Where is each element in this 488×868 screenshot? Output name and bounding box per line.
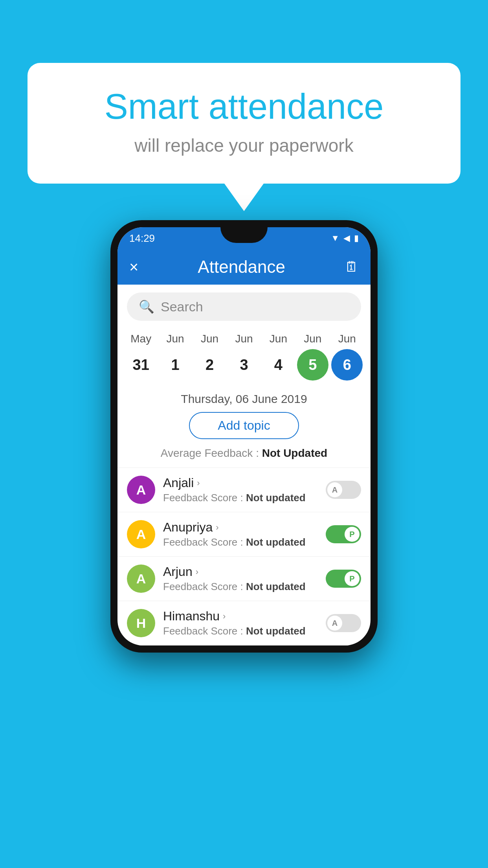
calendar-icon[interactable]: 🗓 xyxy=(345,259,359,275)
battery-icon: ▮ xyxy=(354,233,359,243)
avatar-arjun: A xyxy=(127,565,155,593)
student-item-arjun: A Arjun › Feedback Score : Not updated P xyxy=(117,557,371,601)
speech-bubble: Smart attendance will replace your paper… xyxy=(28,63,460,184)
avatar-himanshu: H xyxy=(127,609,155,637)
toggle-knob-anjali: A xyxy=(327,482,342,497)
student-name-arjun[interactable]: Arjun › xyxy=(163,565,318,579)
toggle-arjun[interactable]: P xyxy=(326,570,361,588)
toggle-knob-anupriya: P xyxy=(345,527,360,542)
phone-outer: 14:29 ▼ ◀ ▮ × Attendance 🗓 🔍 Search xyxy=(110,220,378,653)
day-31[interactable]: 31 xyxy=(125,349,157,381)
day-2[interactable]: 2 xyxy=(194,349,226,381)
month-2: Jun xyxy=(194,333,226,345)
day-4[interactable]: 4 xyxy=(262,349,294,381)
student-name-anupriya[interactable]: Anupriya › xyxy=(163,520,318,535)
month-0: May xyxy=(125,333,157,345)
status-bar: 14:29 ▼ ◀ ▮ xyxy=(117,227,371,249)
day-5[interactable]: 5 xyxy=(297,349,328,381)
day-6[interactable]: 6 xyxy=(331,349,363,381)
chevron-arjun: › xyxy=(196,567,198,577)
student-feedback-anjali: Feedback Score : Not updated xyxy=(163,492,318,504)
day-3[interactable]: 3 xyxy=(228,349,260,381)
phone-wrapper: 14:29 ▼ ◀ ▮ × Attendance 🗓 🔍 Search xyxy=(110,220,378,653)
student-name-himanshu[interactable]: Himanshu › xyxy=(163,609,318,623)
close-button[interactable]: × xyxy=(129,258,138,276)
avatar-anupriya: A xyxy=(127,520,155,548)
student-list: A Anjali › Feedback Score : Not updated … xyxy=(117,467,371,645)
toggle-knob-arjun: P xyxy=(345,571,360,586)
avg-feedback-label: Average Feedback : xyxy=(161,447,259,459)
search-icon: 🔍 xyxy=(139,299,154,314)
student-feedback-anupriya: Feedback Score : Not updated xyxy=(163,536,318,548)
month-4: Jun xyxy=(262,333,294,345)
student-item-himanshu: H Himanshu › Feedback Score : Not update… xyxy=(117,601,371,645)
month-6: Jun xyxy=(331,333,363,345)
search-bar[interactable]: 🔍 Search xyxy=(127,292,361,321)
calendar-days: 31 1 2 3 4 5 6 xyxy=(117,345,371,388)
phone-inner: 14:29 ▼ ◀ ▮ × Attendance 🗓 🔍 Search xyxy=(117,227,371,645)
notch xyxy=(220,227,268,243)
student-item-anupriya: A Anupriya › Feedback Score : Not update… xyxy=(117,512,371,557)
avg-feedback: Average Feedback : Not Updated xyxy=(117,447,371,460)
chevron-himanshu: › xyxy=(223,611,226,622)
app-bar: × Attendance 🗓 xyxy=(117,249,371,285)
chevron-anjali: › xyxy=(197,478,200,488)
add-topic-button[interactable]: Add topic xyxy=(189,412,299,439)
wifi-icon: ▼ xyxy=(331,233,339,243)
speech-bubble-tail xyxy=(224,184,264,211)
toggle-knob-himanshu: A xyxy=(327,616,342,631)
avg-feedback-value: Not Updated xyxy=(262,447,327,459)
month-3: Jun xyxy=(228,333,260,345)
toggle-anjali[interactable]: A xyxy=(326,481,361,499)
search-placeholder: Search xyxy=(161,299,203,314)
status-icons: ▼ ◀ ▮ xyxy=(331,233,359,243)
month-1: Jun xyxy=(160,333,191,345)
app-bar-title: Attendance xyxy=(198,257,285,277)
student-info-anupriya: Anupriya › Feedback Score : Not updated xyxy=(163,520,318,548)
student-name-anjali[interactable]: Anjali › xyxy=(163,476,318,490)
avatar-anjali: A xyxy=(127,476,155,504)
calendar-months: May Jun Jun Jun Jun Jun Jun xyxy=(117,329,371,345)
chevron-anupriya: › xyxy=(216,522,218,533)
date-label: Thursday, 06 June 2019 xyxy=(117,388,371,412)
day-1[interactable]: 1 xyxy=(160,349,191,381)
speech-bubble-title: Smart attendance xyxy=(59,86,429,127)
student-info-arjun: Arjun › Feedback Score : Not updated xyxy=(163,565,318,593)
toggle-anupriya[interactable]: P xyxy=(326,525,361,543)
student-feedback-himanshu: Feedback Score : Not updated xyxy=(163,625,318,637)
student-info-himanshu: Himanshu › Feedback Score : Not updated xyxy=(163,609,318,637)
month-5: Jun xyxy=(297,333,328,345)
toggle-himanshu[interactable]: A xyxy=(326,614,361,632)
student-info-anjali: Anjali › Feedback Score : Not updated xyxy=(163,476,318,504)
speech-bubble-subtitle: will replace your paperwork xyxy=(59,135,429,156)
speech-bubble-wrapper: Smart attendance will replace your paper… xyxy=(28,63,460,211)
status-time: 14:29 xyxy=(129,232,155,245)
student-feedback-arjun: Feedback Score : Not updated xyxy=(163,581,318,593)
student-item-anjali: A Anjali › Feedback Score : Not updated … xyxy=(117,468,371,512)
signal-icon: ◀ xyxy=(343,233,350,243)
